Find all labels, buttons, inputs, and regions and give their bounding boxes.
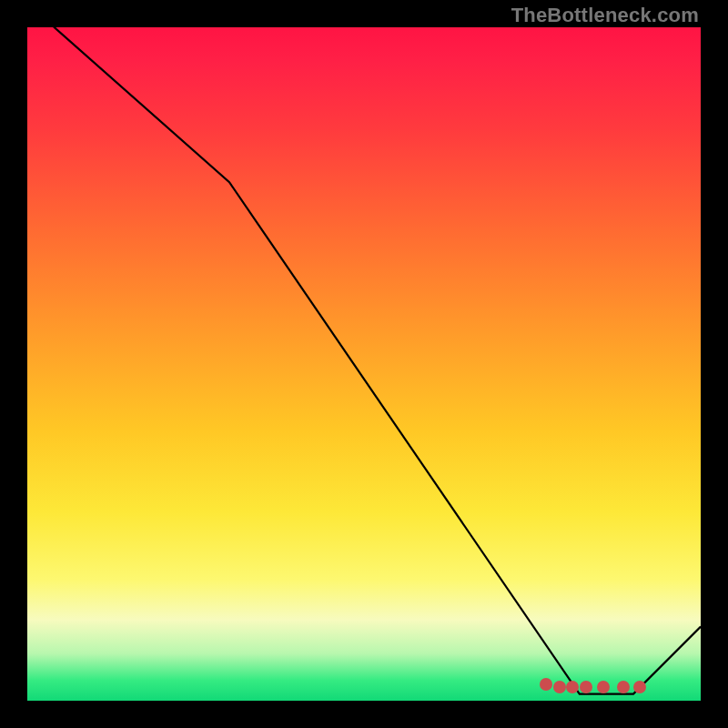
marker-dot	[597, 681, 610, 693]
chart-container: TheBottleneck.com	[0, 0, 728, 728]
data-line	[27, 27, 701, 694]
marker-dot	[617, 681, 630, 693]
watermark-text: TheBottleneck.com	[511, 4, 699, 27]
marker-dot	[540, 678, 552, 691]
line-plot-svg	[27, 27, 701, 701]
plot-area	[27, 27, 701, 701]
marker-dot	[553, 681, 566, 693]
